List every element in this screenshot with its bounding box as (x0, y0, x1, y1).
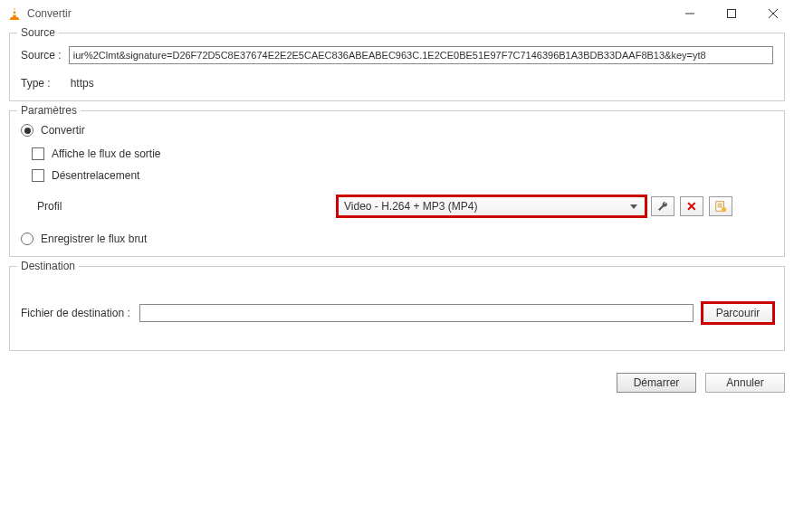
cancel-button[interactable]: Annuler (705, 373, 785, 393)
svg-rect-1 (13, 14, 17, 15)
dest-file-label: Fichier de destination : (21, 307, 130, 319)
dump-raw-radio[interactable] (21, 233, 33, 245)
minimize-button[interactable] (669, 0, 711, 27)
profile-select[interactable]: Video - H.264 + MP3 (MP4) (338, 196, 646, 216)
browse-label: Parcourir (716, 307, 761, 319)
source-input[interactable] (69, 46, 773, 64)
destination-group: Destination Fichier de destination : Par… (9, 266, 785, 351)
convert-label: Convertir (41, 124, 85, 137)
source-group: Source Source : Type : https (9, 33, 785, 101)
destination-legend: Destination (17, 260, 79, 272)
profile-label: Profil (21, 200, 338, 213)
params-legend: Paramètres (17, 104, 81, 117)
start-label: Démarrer (634, 376, 680, 389)
deinterlace-label: Désentrelacement (52, 169, 139, 182)
show-output-label: Affiche le flux de sortie (52, 147, 161, 160)
svg-point-10 (722, 207, 726, 212)
profile-value: Video - H.264 + MP3 (MP4) (344, 200, 478, 213)
window-title: Convertir (27, 7, 669, 20)
params-group: Paramètres Convertir Affiche le flux de … (9, 110, 785, 257)
dest-file-input[interactable] (139, 304, 694, 322)
svg-rect-0 (13, 10, 15, 12)
source-label: Source : (21, 49, 62, 62)
edit-profile-button[interactable] (651, 196, 674, 216)
titlebar: Convertir (0, 0, 794, 27)
deinterlace-checkbox[interactable] (32, 169, 44, 182)
type-value: https (71, 77, 94, 90)
svg-rect-3 (728, 10, 736, 18)
show-output-checkbox[interactable] (32, 147, 44, 160)
type-label: Type : (21, 77, 51, 90)
source-legend: Source (17, 26, 59, 39)
browse-button[interactable]: Parcourir (703, 303, 773, 323)
dump-raw-label: Enregistrer le flux brut (41, 233, 147, 245)
new-profile-button[interactable] (709, 196, 732, 216)
convert-radio[interactable] (21, 124, 33, 137)
maximize-button[interactable] (711, 0, 752, 27)
start-button[interactable]: Démarrer (617, 373, 696, 393)
close-button[interactable] (752, 0, 794, 27)
vlc-icon (7, 6, 22, 21)
footer: Démarrer Annuler (0, 369, 794, 393)
delete-profile-button[interactable]: ✕ (680, 196, 703, 216)
cancel-label: Annuler (726, 376, 763, 389)
